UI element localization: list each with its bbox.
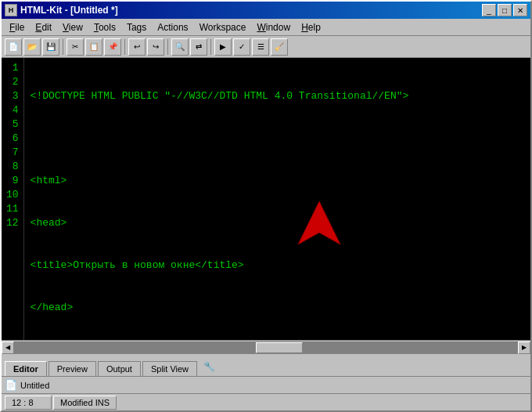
- file-status-bar: 📄 Untitled: [2, 376, 530, 393]
- main-window: H HTML-Kit - [Untitled *] _ □ ✕ File Edi…: [0, 0, 532, 412]
- toolbar-sep-1: [63, 39, 63, 55]
- toolbar: 📄 📂 💾 ✂ 📋 📌 ↩ ↪ 🔍 ⇄ ▶ ✓ ☰ 🧹: [2, 36, 530, 58]
- format-button[interactable]: ☰: [252, 38, 269, 56]
- find-button[interactable]: 🔍: [171, 38, 189, 56]
- menu-file[interactable]: File: [5, 20, 29, 34]
- validate-button[interactable]: ✓: [233, 38, 250, 56]
- menu-help[interactable]: Help: [297, 20, 325, 34]
- tab-extra-button[interactable]: 🔧: [199, 358, 220, 376]
- menu-actions[interactable]: Actions: [153, 20, 192, 34]
- menu-tags[interactable]: Tags: [122, 20, 151, 34]
- line-num-11: 11: [6, 202, 19, 216]
- toolbar-sep-4: [210, 39, 211, 55]
- line-num-1: 1: [6, 61, 19, 75]
- line-num-3: 3: [6, 89, 19, 103]
- open-button[interactable]: 📂: [23, 38, 41, 56]
- window-title: HTML-Kit - [Untitled *]: [20, 5, 118, 16]
- close-button[interactable]: ✕: [513, 4, 527, 16]
- menu-view[interactable]: View: [58, 20, 88, 34]
- line-num-12: 12: [6, 216, 19, 230]
- copy-button[interactable]: 📋: [85, 38, 102, 56]
- editor-container: 1 2 3 4 5 6 7 8 9 10 11 12 <!DOCTYPE HTM…: [2, 58, 530, 340]
- filename-label: Untitled: [20, 381, 49, 390]
- status-bar: 12 : 8 Modified INS: [2, 393, 530, 410]
- code-line-3: <html>: [31, 174, 524, 188]
- title-bar: H HTML-Kit - [Untitled *] _ □ ✕: [2, 2, 530, 19]
- line-numbers: 1 2 3 4 5 6 7 8 9 10 11 12: [2, 58, 24, 340]
- title-buttons: _ □ ✕: [482, 4, 527, 16]
- tab-preview[interactable]: Preview: [49, 361, 96, 376]
- title-text: H HTML-Kit - [Untitled *]: [5, 4, 118, 16]
- scroll-track[interactable]: [14, 342, 518, 354]
- menu-window[interactable]: Window: [252, 20, 295, 34]
- toolbar-sep-3: [167, 39, 168, 55]
- line-num-6: 6: [6, 132, 19, 146]
- menu-edit[interactable]: Edit: [31, 20, 56, 34]
- minimize-button[interactable]: _: [482, 4, 496, 16]
- scroll-right-button[interactable]: ▶: [518, 342, 530, 354]
- restore-button[interactable]: □: [498, 4, 512, 16]
- code-line-2: [31, 132, 524, 146]
- line-num-2: 2: [6, 75, 19, 89]
- line-num-8: 8: [6, 160, 19, 174]
- line-num-9: 9: [6, 174, 19, 188]
- line-num-4: 4: [6, 103, 19, 117]
- tab-output[interactable]: Output: [98, 361, 141, 376]
- paste-button[interactable]: 📌: [104, 38, 121, 56]
- tab-bar: Editor Preview Output Split View 🔧: [2, 354, 530, 376]
- file-icon: 📄: [5, 379, 17, 392]
- cut-button[interactable]: ✂: [66, 38, 84, 56]
- code-line-6: </head>: [31, 301, 524, 315]
- line-num-10: 10: [6, 188, 19, 202]
- line-num-5: 5: [6, 117, 19, 132]
- tab-editor[interactable]: Editor: [5, 361, 47, 376]
- line-num-7: 7: [6, 146, 19, 160]
- status-position: 12 : 8: [5, 396, 52, 410]
- tab-split-view[interactable]: Split View: [142, 361, 197, 376]
- code-editor[interactable]: <!DOCTYPE HTML PUBLIC "-//W3C//DTD HTML …: [24, 58, 530, 340]
- replace-button[interactable]: ⇄: [190, 38, 207, 56]
- toolbar-sep-2: [124, 39, 125, 55]
- horizontal-scrollbar[interactable]: ◀ ▶: [2, 340, 530, 354]
- scroll-left-button[interactable]: ◀: [2, 342, 14, 354]
- preview-button[interactable]: ▶: [214, 38, 232, 56]
- status-mode: Modified INS: [53, 396, 117, 410]
- undo-button[interactable]: ↩: [128, 38, 146, 56]
- new-button[interactable]: 📄: [5, 38, 22, 56]
- menu-tools[interactable]: Tools: [89, 20, 120, 34]
- code-line-5: <title>Открыть в новом окне</title>: [31, 258, 524, 273]
- menu-workspace[interactable]: Workspace: [195, 20, 251, 34]
- save-button[interactable]: 💾: [42, 38, 59, 56]
- app-icon: H: [5, 4, 17, 16]
- scroll-thumb[interactable]: [256, 342, 303, 353]
- cleanup-button[interactable]: 🧹: [271, 38, 288, 56]
- code-line-1: <!DOCTYPE HTML PUBLIC "-//W3C//DTD HTML …: [31, 89, 524, 103]
- menu-bar: File Edit View Tools Tags Actions Worksp…: [2, 19, 530, 36]
- redo-button[interactable]: ↪: [147, 38, 164, 56]
- code-line-4: <head>: [31, 216, 524, 230]
